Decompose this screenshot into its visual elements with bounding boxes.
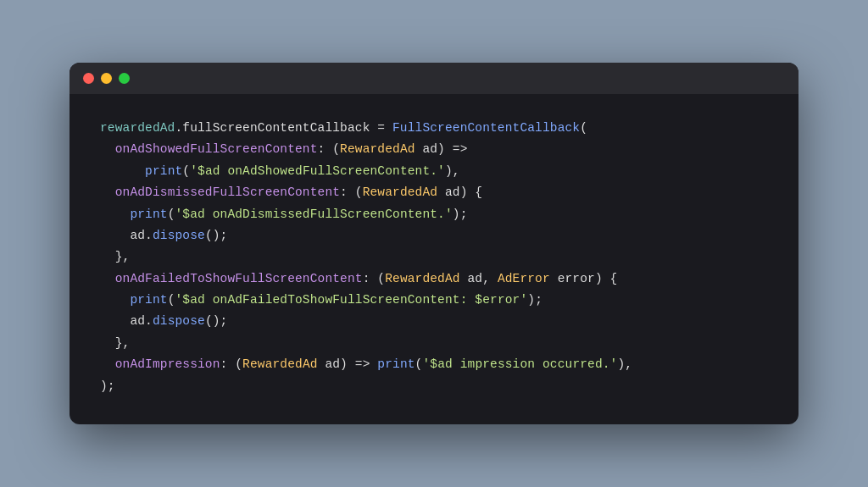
code-line-9: print('$ad onAdFailedToShowFullScreenCon…: [100, 290, 768, 311]
code-line-4: onAdDismissedFullScreenContent: (Rewarde…: [100, 182, 768, 203]
maximize-button[interactable]: [119, 73, 130, 84]
code-line-7: },: [100, 246, 768, 268]
code-line-2: onAdShowedFullScreenContent: (RewardedAd…: [100, 139, 768, 160]
code-line-11: },: [100, 333, 768, 354]
code-line-12: onAdImpression: (RewardedAd ad) => print…: [100, 354, 768, 375]
code-line-5: print('$ad onAdDismissedFullScreenConten…: [100, 204, 768, 225]
code-line-3: print('$ad onAdShowedFullScreenContent.'…: [100, 161, 768, 182]
code-block: rewardedAd.fullScreenContentCallback = F…: [70, 94, 798, 424]
code-line-10: ad.dispose();: [100, 311, 768, 332]
code-line-8: onAdFailedToShowFullScreenContent: (Rewa…: [100, 268, 768, 290]
minimize-button[interactable]: [101, 73, 112, 84]
close-button[interactable]: [83, 73, 94, 84]
code-line-1: rewardedAd.fullScreenContentCallback = F…: [100, 118, 768, 139]
titlebar: [70, 63, 798, 94]
code-line-6: ad.dispose();: [100, 225, 768, 246]
code-line-13: );: [100, 376, 768, 397]
code-window: rewardedAd.fullScreenContentCallback = F…: [70, 63, 798, 424]
